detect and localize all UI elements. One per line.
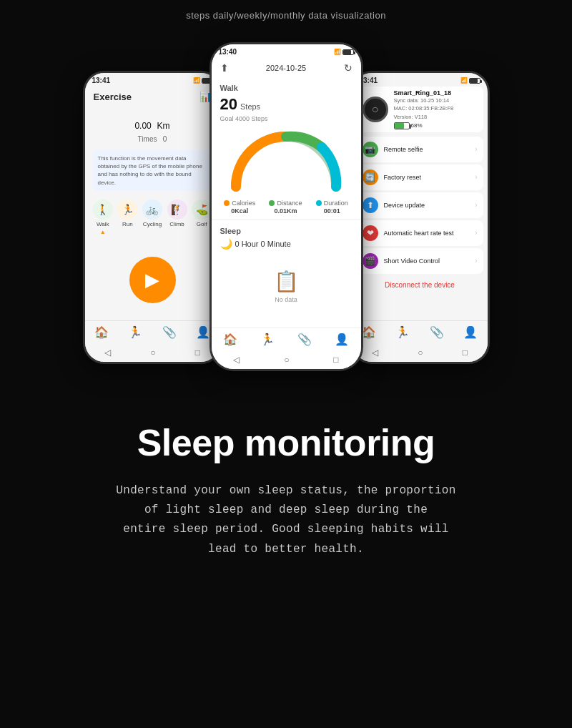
chevron-icon-2: › <box>475 173 477 181</box>
phone-center: 13:40 📶 ⬆ 2024-10-25 ↻ Walk 20 Steps Goa <box>209 42 363 371</box>
device-battery: 68% <box>394 122 478 129</box>
center-status-icons: 📶 <box>334 49 354 55</box>
remote-selfie-icon: 📷 <box>363 142 378 157</box>
device-sync: Sync data: 10-25 10:14 <box>394 97 478 104</box>
walk-icon: 🚶 <box>93 200 113 220</box>
chevron-icon-5: › <box>475 257 477 265</box>
play-button[interactable]: ▶ <box>129 257 176 303</box>
chevron-icon-3: › <box>475 201 477 209</box>
android-home[interactable]: ○ <box>150 348 155 358</box>
cand-home[interactable]: ○ <box>284 355 289 365</box>
exercise-stats: 0.00 Km Times 0 <box>85 105 220 146</box>
walk-label: Walk <box>220 84 238 92</box>
left-screen: 13:41 📶 Exercise 📊 0.00 Km Times <box>85 73 220 362</box>
device-info-card: ○ Smart_Ring_01_18 Sync data: 10-25 10:1… <box>357 87 483 132</box>
share-icon[interactable]: ⬆ <box>220 62 229 74</box>
cnav-home-icon[interactable]: 🏠 <box>223 333 237 346</box>
walk-goal: Goal 4000 Steps <box>220 115 352 122</box>
right-status-icons: 📶 <box>460 77 480 84</box>
menu-device-update[interactable]: ⬆ Device update › <box>357 192 483 218</box>
disconnect-button[interactable]: Disconnect the device <box>352 274 488 296</box>
sub-text: Understand your own sleep status, the pr… <box>43 481 529 559</box>
metric-distance: Distance 0.01Km <box>269 200 302 215</box>
moon-icon: 🌙 <box>220 238 232 250</box>
semicircle-chart <box>229 129 343 194</box>
cnav-activity-icon[interactable]: 🏃 <box>260 333 275 346</box>
rnav-activity-icon[interactable]: 🏃 <box>395 325 410 339</box>
cnav-clip-icon[interactable]: 📎 <box>297 333 312 346</box>
heart-rate-icon: ❤ <box>363 225 378 241</box>
center-bottom-nav: 🏠 🏃 📎 👤 <box>212 328 361 352</box>
left-bottom-nav: 🏠 🏃 📎 👤 <box>85 320 220 345</box>
ring-device-icon: ○ <box>363 97 388 122</box>
no-data-area: 📋 No data <box>212 252 361 328</box>
banner-text: steps daily/weekly/monthly data visualiz… <box>186 10 386 21</box>
android-recents[interactable]: □ <box>195 348 200 358</box>
no-data-icon: 📋 <box>274 270 299 293</box>
phone-left: 13:41 📶 Exercise 📊 0.00 Km Times <box>83 71 222 364</box>
rnav-profile-icon[interactable]: 👤 <box>463 325 478 339</box>
device-text: Smart_Ring_01_18 Sync data: 10-25 10:14 … <box>394 89 478 129</box>
exercise-title: Exercise <box>94 92 132 102</box>
cycling-icon: 🚲 <box>142 200 162 220</box>
center-header: ⬆ 2024-10-25 ↻ <box>212 58 361 77</box>
left-time: 13:41 <box>92 77 111 84</box>
device-mac: MAC: 02:08:35:FB:2B:F8 <box>394 104 478 112</box>
walk-count: 20 <box>220 95 237 114</box>
exercise-times: Times 0 <box>85 135 220 143</box>
mode-cycling[interactable]: 🚲 Cycling <box>142 200 162 235</box>
android-back[interactable]: ◁ <box>104 348 111 358</box>
center-screen: 13:40 📶 ⬆ 2024-10-25 ↻ Walk 20 Steps Goa <box>212 44 361 369</box>
metric-calories: Calories 0Kcal <box>224 200 255 215</box>
menu-short-video[interactable]: 🎬 Short Video Control › <box>357 248 483 274</box>
device-update-icon: ⬆ <box>363 197 378 213</box>
center-status-bar: 13:40 📶 <box>212 44 361 58</box>
mode-golf[interactable]: ⛳ Golf <box>192 200 212 235</box>
phone-right: 13:41 📶 ○ Smart_Ring_01_18 Sync data: 10… <box>350 71 490 364</box>
chevron-icon: › <box>475 145 477 153</box>
sleep-duration: 🌙 0 Hour 0 Minute <box>220 238 352 250</box>
main-heading: Sleep monitoring <box>43 421 529 464</box>
bottom-section: Sleep monitoring Understand your own sle… <box>0 393 572 595</box>
sleep-time: 0 Hour 0 Minute <box>235 240 291 248</box>
climb-icon: 🧗 <box>167 200 187 220</box>
exercise-note: This function is the movement data obtai… <box>92 150 213 191</box>
cand-back[interactable]: ◁ <box>233 355 240 365</box>
short-video-icon: 🎬 <box>363 253 378 269</box>
nav-profile-icon[interactable]: 👤 <box>196 325 210 339</box>
mode-climb[interactable]: 🧗 Climb <box>167 200 187 235</box>
device-version: Version: V118 <box>394 113 478 121</box>
menu-list: 📷 Remote selfie › 🔄 Factory reset › ⬆ De… <box>352 137 488 274</box>
left-status-bar: 13:41 📶 <box>85 73 220 87</box>
mode-walk[interactable]: 🚶 Walk ▲ <box>93 200 113 235</box>
mode-run[interactable]: 🏃 Run <box>117 200 137 235</box>
left-android-nav: ◁ ○ □ <box>85 345 220 362</box>
exercise-modes: 🚶 Walk ▲ 🏃 Run 🚲 Cycling 🧗 Climb ⛳ <box>85 195 220 240</box>
center-android-nav: ◁ ○ □ <box>212 352 361 369</box>
center-date: 2024-10-25 <box>266 64 306 72</box>
nav-clip-icon[interactable]: 📎 <box>162 325 177 339</box>
rand-home[interactable]: ○ <box>418 348 423 358</box>
play-btn-area: ▶ <box>85 240 220 320</box>
factory-reset-icon: 🔄 <box>363 169 378 185</box>
phones-section: 13:41 📶 Exercise 📊 0.00 Km Times <box>0 28 572 393</box>
rnav-home-icon[interactable]: 🏠 <box>362 325 376 339</box>
menu-factory-reset[interactable]: 🔄 Factory reset › <box>357 164 483 190</box>
cand-recents[interactable]: □ <box>333 355 338 365</box>
run-icon: 🏃 <box>117 200 137 220</box>
nav-activity-icon[interactable]: 🏃 <box>128 325 142 339</box>
walk-steps: 20 Steps <box>220 95 352 114</box>
cnav-profile-icon[interactable]: 👤 <box>335 333 349 346</box>
nav-home-icon[interactable]: 🏠 <box>94 325 109 339</box>
golf-icon: ⛳ <box>192 200 212 220</box>
chart-area <box>212 125 361 197</box>
rand-recents[interactable]: □ <box>463 348 468 358</box>
top-banner: steps daily/weekly/monthly data visualiz… <box>0 0 572 28</box>
walk-section: Walk 20 Steps Goal 4000 Steps <box>212 77 361 125</box>
menu-heart-rate[interactable]: ❤ Automatic heart rate test › <box>357 220 483 246</box>
right-bottom-nav: 🏠 🏃 📎 👤 <box>352 320 488 345</box>
rand-back[interactable]: ◁ <box>372 348 378 358</box>
rnav-clip-icon[interactable]: 📎 <box>430 325 444 339</box>
menu-remote-selfie[interactable]: 📷 Remote selfie › <box>357 137 483 162</box>
refresh-icon[interactable]: ↻ <box>344 62 352 74</box>
